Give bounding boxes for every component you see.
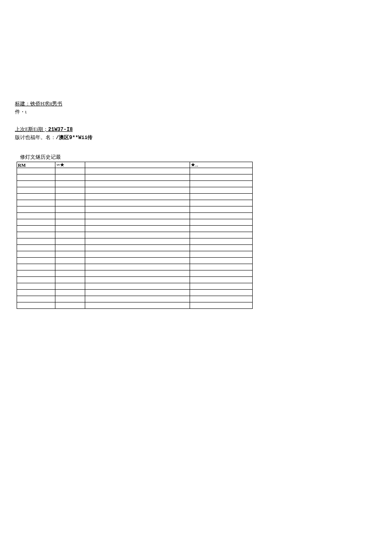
table-row <box>17 168 253 174</box>
table-cell <box>85 168 190 174</box>
table-cell <box>85 302 190 309</box>
history-table: RM ∽★ ★‥ <box>17 162 253 309</box>
table-header-c4: ★‥ <box>190 162 253 168</box>
table-row <box>17 200 253 206</box>
table-cell <box>85 277 190 283</box>
table-cell <box>17 296 55 302</box>
table-cell <box>190 264 253 270</box>
table-cell <box>55 232 85 238</box>
table-cell <box>17 232 55 238</box>
table-cell <box>190 219 253 226</box>
table-cell <box>85 187 190 194</box>
table-row <box>17 174 253 181</box>
table-cell <box>190 290 253 296</box>
table-cell <box>55 290 85 296</box>
table-cell <box>190 213 253 219</box>
table-cell <box>17 251 55 258</box>
table-cell <box>85 238 190 245</box>
table-cell <box>85 213 190 219</box>
table-cell <box>55 206 85 213</box>
table-cell <box>55 174 85 181</box>
table-cell <box>190 232 253 238</box>
table-cell <box>190 258 253 264</box>
table-cell <box>55 258 85 264</box>
title-label: 标建 <box>15 101 25 107</box>
title-value: 铁侨H求it男书 <box>30 101 62 107</box>
table-cell <box>190 181 253 187</box>
table-cell <box>190 283 253 290</box>
table-cell <box>85 245 190 251</box>
table-row <box>17 258 253 264</box>
table-cell <box>55 187 85 194</box>
table-cell <box>17 245 55 251</box>
table-cell <box>190 296 253 302</box>
table-cell <box>190 245 253 251</box>
table-row <box>17 251 253 258</box>
table-cell <box>85 251 190 258</box>
table-cell <box>85 181 190 187</box>
table-cell <box>55 251 85 258</box>
table-cell <box>85 264 190 270</box>
table-row <box>17 245 253 251</box>
table-cell <box>17 168 55 174</box>
table-cell <box>85 290 190 296</box>
table-cell <box>85 270 190 277</box>
table-cell <box>190 251 253 258</box>
table-row <box>17 187 253 194</box>
table-cell <box>17 181 55 187</box>
table-row <box>17 219 253 226</box>
table-cell <box>55 245 85 251</box>
table-cell <box>55 277 85 283</box>
table-cell <box>190 168 253 174</box>
table-cell <box>55 302 85 309</box>
table-cell <box>85 206 190 213</box>
table-cell <box>55 194 85 200</box>
table-cell <box>55 181 85 187</box>
table-title: 修灯文燧历史记最 <box>20 154 377 161</box>
table-cell <box>190 226 253 232</box>
table-row <box>17 181 253 187</box>
table-cell <box>55 168 85 174</box>
table-cell <box>17 302 55 309</box>
subtitle-line: 件・ι <box>15 108 377 116</box>
table-cell <box>17 187 55 194</box>
table-cell <box>55 226 85 232</box>
table-header-c2: ∽★ <box>55 162 85 168</box>
table-cell <box>85 232 190 238</box>
version-value: /澳区9**Wii传 <box>56 135 92 141</box>
table-cell <box>55 238 85 245</box>
table-row <box>17 302 253 309</box>
table-cell <box>85 226 190 232</box>
date-line: 上次E斯Ei期；21W37-I8 <box>15 126 377 134</box>
table-row <box>17 206 253 213</box>
table-cell <box>55 213 85 219</box>
table-cell <box>17 219 55 226</box>
table-cell <box>17 194 55 200</box>
version-label: 版讨也福年。名： <box>15 134 56 140</box>
table-cell <box>55 270 85 277</box>
table-cell <box>55 283 85 290</box>
table-cell <box>190 270 253 277</box>
table-cell <box>17 213 55 219</box>
table-cell <box>190 187 253 194</box>
table-cell <box>55 296 85 302</box>
date-label: 上次E斯Ei期 <box>15 126 43 132</box>
table-header-c1: RM <box>17 162 55 168</box>
table-cell <box>190 238 253 245</box>
table-row <box>17 238 253 245</box>
table-cell <box>17 264 55 270</box>
table-header-c3 <box>85 162 190 168</box>
table-cell <box>17 206 55 213</box>
table-header-row: RM ∽★ ★‥ <box>17 162 253 168</box>
table-row <box>17 194 253 200</box>
table-row <box>17 213 253 219</box>
table-cell <box>17 277 55 283</box>
table-cell <box>85 219 190 226</box>
table-row <box>17 296 253 302</box>
table-cell <box>190 174 253 181</box>
table-cell <box>17 258 55 264</box>
table-row <box>17 277 253 283</box>
table-cell <box>190 194 253 200</box>
table-cell <box>17 200 55 206</box>
date-value: 21W37-I8 <box>48 127 73 133</box>
